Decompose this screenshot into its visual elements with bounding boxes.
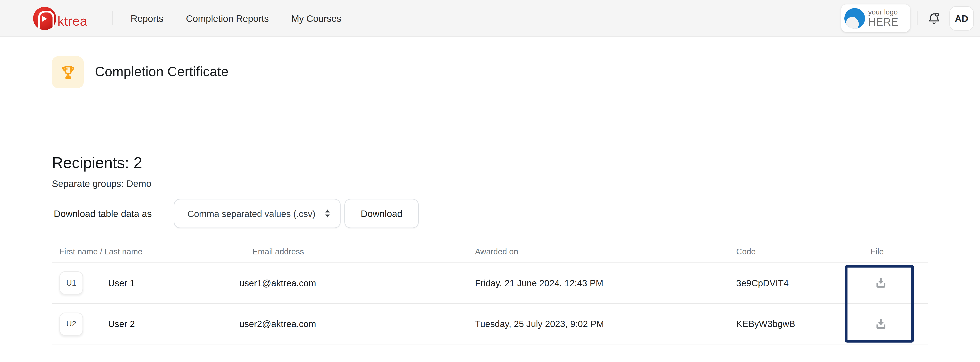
user-initials-badge: U1 [59,271,83,295]
certificate-code-cell: 3e9CpDVIT4 [737,278,871,288]
download-certificate-icon[interactable] [871,274,890,292]
user-initials-badge: U2 [59,312,83,335]
column-header-file: File [871,247,928,256]
brand-logo-icon [33,6,56,30]
download-button[interactable]: Download [344,199,419,228]
user-email-cell: user1@aktrea.com [239,278,475,288]
column-header-name: First name / Last name [52,247,239,256]
nav-item-reports[interactable]: Reports [130,13,163,24]
client-logo-placeholder[interactable]: your logo HERE [841,5,910,32]
topbar-right-section: your logo HERE AD [841,5,974,32]
user-email-cell: user2@aktrea.com [239,319,475,329]
download-controls: Download table data as Comma separated v… [54,199,419,228]
nav-item-my-courses[interactable]: My Courses [291,13,342,24]
download-table-label: Download table data as [54,208,166,219]
column-header-awarded-on: Awarded on [475,247,737,256]
topbar-divider [917,11,918,25]
download-format-select[interactable]: Comma separated values (.csv) [174,199,340,228]
user-initials-cell: U2 [52,312,108,335]
certificate-code-cell: KEByW3bgwB [737,319,871,329]
column-header-email: Email address [239,247,475,256]
table-header-row: First name / Last name Email address Awa… [52,241,928,262]
download-certificate-icon[interactable] [871,314,890,333]
download-format-value: Comma separated values (.csv) [188,209,315,218]
awarded-on-cell: Tuesday, 25 July 2023, 9:02 PM [475,319,737,329]
recipients-table: First name / Last name Email address Awa… [52,241,928,344]
client-logo-icon [844,8,865,29]
column-header-code: Code [737,247,871,256]
recipients-heading: Recipients: 2 [52,154,142,172]
page-title: Completion Certificate [95,64,229,80]
page-root: ktrea Reports Completion Reports My Cour… [0,0,980,362]
table-row: U1 User 1 user1@aktrea.com Friday, 21 Ju… [52,262,928,303]
awarded-on-cell: Friday, 21 June 2024, 12:43 PM [475,278,737,288]
user-avatar[interactable]: AD [949,6,974,30]
notification-bell-icon[interactable] [926,10,942,26]
client-logo-line2: HERE [868,17,899,28]
client-logo-line1: your logo [868,9,899,16]
brand-logo[interactable]: ktrea [33,6,113,30]
nav-divider [113,11,113,25]
user-name-cell: User 2 [108,319,239,329]
separate-groups-label: Separate groups: Demo [52,178,151,189]
file-cell [871,314,928,333]
user-name-cell: User 1 [108,278,239,288]
table-row: U2 User 2 user2@aktrea.com Tuesday, 25 J… [52,303,928,344]
trophy-icon [52,56,84,88]
select-arrows-icon [324,209,331,218]
nav-item-completion-reports[interactable]: Completion Reports [186,13,269,24]
user-initials-cell: U1 [52,271,108,295]
top-navigation-bar: ktrea Reports Completion Reports My Cour… [0,0,980,37]
client-logo-text: your logo HERE [868,9,899,28]
brand-name: ktrea [57,14,87,27]
primary-nav: Reports Completion Reports My Courses [130,13,341,24]
page-header: Completion Certificate [52,56,229,88]
file-cell [871,274,928,292]
